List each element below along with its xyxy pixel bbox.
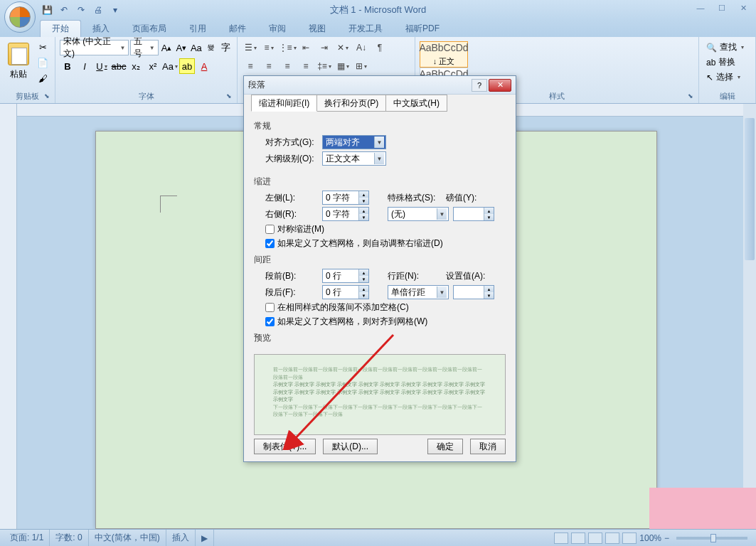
zoom-out-button[interactable]: − (664, 533, 669, 543)
tab-mailings[interactable]: 邮件 (218, 21, 257, 37)
scrollbar-thumb[interactable] (745, 118, 755, 260)
phonetic-guide-icon[interactable]: 變 (204, 40, 218, 55)
dialog-tab-indent[interactable]: 缩进和间距(I) (251, 95, 317, 112)
align-justify-button[interactable]: ≡ (297, 58, 314, 74)
sort-button[interactable]: A↓ (353, 40, 370, 55)
borders-button[interactable]: ⊞▾ (353, 58, 370, 74)
align-left-button[interactable]: ≡ (242, 58, 259, 74)
dialog-tab-asian[interactable]: 中文版式(H) (385, 95, 447, 112)
clipboard-launcher-icon[interactable]: ⬊ (44, 92, 53, 101)
strikethrough-button[interactable]: abc (111, 58, 127, 74)
copy-icon[interactable]: 📄 (36, 55, 50, 70)
hanging-value-input[interactable]: ▲▼ (453, 207, 494, 221)
tab-references[interactable]: 引用 (178, 21, 218, 37)
decrease-indent-button[interactable]: ⇤ (297, 40, 314, 55)
highlight-button[interactable]: ab (179, 58, 195, 74)
bullets-button[interactable]: ☰▾ (242, 40, 259, 55)
bold-button[interactable]: B (60, 58, 75, 74)
tabs-button[interactable]: 制表位(T)... (254, 439, 316, 454)
view-fullscreen-icon[interactable] (571, 532, 585, 544)
zoom-level[interactable]: 100% (639, 533, 661, 543)
align-right-button[interactable]: ≡ (279, 58, 296, 74)
snap-to-grid-checkbox[interactable]: 如果定义了文档网格，则对齐到网格(W) (265, 316, 506, 328)
font-name-combo[interactable]: 宋体 (中文正文)▼ (60, 40, 129, 55)
dialog-tab-linebreak[interactable]: 换行和分页(P) (316, 95, 386, 112)
outline-combo[interactable]: 正文文本▼ (322, 151, 386, 166)
vertical-scrollbar[interactable] (743, 104, 756, 529)
dialog-help-button[interactable]: ? (472, 79, 487, 92)
view-web-icon[interactable] (588, 532, 602, 544)
special-format-combo[interactable]: (无)▼ (388, 207, 449, 221)
enclose-char-icon[interactable]: 字 (219, 40, 233, 55)
tab-review[interactable]: 审阅 (257, 21, 297, 37)
select-button[interactable]: ↖选择▾ (703, 70, 751, 85)
vertical-ruler[interactable] (0, 104, 17, 529)
subscript-button[interactable]: x₂ (128, 58, 144, 74)
view-print-layout-icon[interactable] (554, 532, 568, 544)
line-spacing-button[interactable]: ‡≡▾ (316, 58, 333, 74)
change-case-button[interactable]: Aa▾ (162, 58, 178, 74)
find-button[interactable]: 🔍查找▾ (703, 40, 751, 55)
print-preview-icon[interactable]: 🖨 (91, 3, 105, 17)
save-icon[interactable]: 💾 (40, 3, 54, 17)
multilevel-list-button[interactable]: ⋮≡▾ (279, 40, 296, 55)
font-launcher-icon[interactable]: ⬊ (226, 92, 235, 101)
right-indent-input[interactable]: 0 字符▲▼ (322, 207, 369, 221)
show-marks-button[interactable]: ¶ (371, 40, 388, 55)
clear-format-icon[interactable]: Aa (189, 40, 203, 55)
font-color-button[interactable]: A (196, 58, 212, 74)
minimize-button[interactable]: — (691, 1, 710, 14)
dialog-titlebar[interactable]: 段落 ? ✕ (244, 76, 516, 95)
maximize-button[interactable]: ☐ (712, 1, 732, 14)
tab-home[interactable]: 开始 (40, 20, 81, 37)
align-center-button[interactable]: ≡ (260, 58, 277, 74)
cut-icon[interactable]: ✂ (36, 40, 50, 54)
space-before-input[interactable]: 0 行▲▼ (322, 269, 369, 283)
at-value-input[interactable]: ▲▼ (453, 285, 494, 299)
replace-button[interactable]: ab替换 (703, 55, 751, 70)
auto-adjust-checkbox[interactable]: 如果定义了文档网格，则自动调整右缩进(D) (265, 237, 506, 250)
default-button[interactable]: 默认(D)... (323, 439, 378, 454)
no-space-same-style-checkbox[interactable]: 在相同样式的段落间不添加空格(C) (265, 301, 506, 314)
font-size-combo[interactable]: 五号▼ (130, 40, 158, 55)
status-language[interactable]: 中文(简体，中国) (89, 530, 166, 546)
numbering-button[interactable]: ≡▾ (260, 40, 277, 55)
shading-button[interactable]: ▦▾ (334, 58, 351, 74)
italic-button[interactable]: I (77, 58, 92, 74)
view-draft-icon[interactable] (622, 532, 637, 544)
tab-insert[interactable]: 插入 (81, 21, 121, 37)
status-macro-icon[interactable]: ▶ (196, 530, 214, 546)
left-indent-input[interactable]: 0 字符▲▼ (322, 191, 369, 205)
alignment-combo[interactable]: 两端对齐▼ (322, 135, 386, 149)
style-normal[interactable]: AaBbCcDd ↓ 正文 (420, 41, 468, 68)
redo-icon[interactable]: ↷ (74, 3, 88, 17)
office-button[interactable] (4, 1, 36, 33)
space-after-input[interactable]: 0 行▲▼ (322, 285, 369, 299)
paste-button[interactable]: 粘贴 (4, 40, 33, 88)
view-outline-icon[interactable] (605, 532, 619, 544)
tab-view[interactable]: 视图 (297, 21, 337, 37)
close-button[interactable]: ✕ (733, 1, 753, 14)
tab-pagelayout[interactable]: 页面布局 (121, 21, 178, 37)
cancel-button[interactable]: 取消 (470, 439, 506, 454)
asian-layout-button[interactable]: ✕▾ (334, 40, 351, 55)
zoom-slider[interactable] (676, 537, 747, 540)
format-painter-icon[interactable]: 🖌 (36, 71, 50, 85)
increase-indent-button[interactable]: ⇥ (316, 40, 333, 55)
status-page[interactable]: 页面: 1/1 (4, 530, 50, 546)
styles-launcher-icon[interactable]: ⬊ (688, 92, 696, 101)
status-insert-mode[interactable]: 插入 (166, 530, 196, 546)
qat-dropdown-icon[interactable]: ▾ (108, 3, 122, 17)
mirror-indent-checkbox[interactable]: 对称缩进(M) (265, 223, 506, 235)
line-spacing-combo[interactable]: 单倍行距▼ (388, 285, 449, 299)
shrink-font-icon[interactable]: A▾ (175, 40, 188, 55)
dialog-close-button[interactable]: ✕ (489, 79, 511, 92)
status-wordcount[interactable]: 字数: 0 (50, 530, 88, 546)
tab-developer[interactable]: 开发工具 (337, 21, 394, 37)
zoom-slider-thumb[interactable] (710, 534, 716, 542)
ok-button[interactable]: 确定 (427, 439, 463, 454)
undo-icon[interactable]: ↶ (57, 3, 71, 17)
underline-button[interactable]: U▾ (94, 58, 110, 74)
superscript-button[interactable]: x² (145, 58, 161, 74)
tab-foxitpdf[interactable]: 福昕PDF (394, 21, 451, 37)
